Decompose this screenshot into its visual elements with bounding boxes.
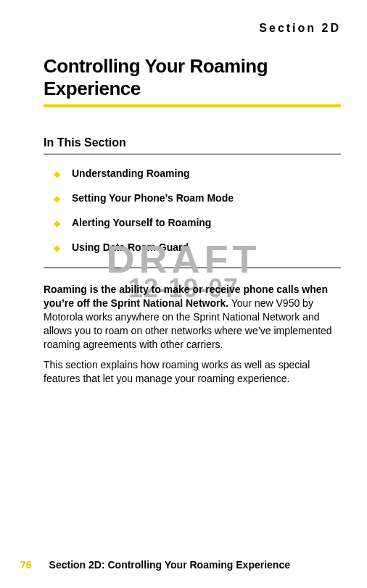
page: Section 2D Controlling Your Roaming Expe… <box>0 0 367 588</box>
paragraph: This section explains how roaming works … <box>44 358 341 386</box>
section-label: Section 2D <box>44 22 341 35</box>
toc-item-label: Understanding Roaming <box>72 167 190 179</box>
toc-item-label: Using Data Roam Guard <box>72 241 189 253</box>
toc-item: ◆ Alerting Yourself to Roaming <box>44 217 341 230</box>
page-title: Controlling Your Roaming Experience <box>44 55 341 100</box>
diamond-icon: ◆ <box>54 241 60 254</box>
in-this-section-heading: In This Section <box>44 136 341 149</box>
toc-item: ◆ Setting Your Phone’s Roam Mode <box>44 192 341 205</box>
toc-list: ◆ Understanding Roaming ◆ Setting Your P… <box>44 167 341 254</box>
divider <box>44 268 341 268</box>
toc-item: ◆ Using Data Roam Guard <box>44 241 341 254</box>
toc-item-label: Alerting Yourself to Roaming <box>72 217 211 228</box>
toc-item-label: Setting Your Phone’s Roam Mode <box>72 192 234 204</box>
page-footer: 76 Section 2D: Controlling Your Roaming … <box>0 559 367 571</box>
diamond-icon: ◆ <box>54 167 60 181</box>
page-number: 76 <box>20 559 32 571</box>
diamond-icon: ◆ <box>54 217 60 230</box>
paragraph: Roaming is the ability to make or receiv… <box>44 283 341 351</box>
diamond-icon: ◆ <box>54 192 60 205</box>
divider <box>44 154 341 154</box>
title-underline <box>44 104 341 107</box>
footer-text: Section 2D: Controlling Your Roaming Exp… <box>49 559 290 571</box>
toc-item: ◆ Understanding Roaming <box>44 167 341 181</box>
body-text: Roaming is the ability to make or receiv… <box>44 283 341 386</box>
